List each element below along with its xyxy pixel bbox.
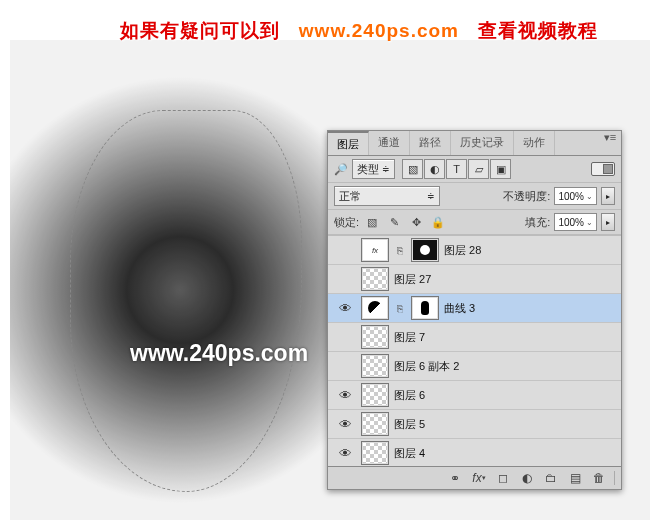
opacity-value: 100% xyxy=(558,191,584,202)
layer-name[interactable]: 图层 6 xyxy=(394,388,425,403)
layer-row[interactable]: 👁 ⎘ 曲线 3 xyxy=(328,294,621,323)
filter-icons: ▧ ◐ T ▱ ▣ xyxy=(402,159,511,179)
filter-type-dropdown[interactable]: 类型 ≑ xyxy=(352,159,395,179)
chevron-down-icon: ⌄ xyxy=(586,218,593,227)
mask-thumb[interactable] xyxy=(411,296,439,320)
layer-thumb[interactable] xyxy=(361,441,389,465)
delete-layer-icon[interactable]: 🗑 xyxy=(588,469,610,487)
layer-name[interactable]: 曲线 3 xyxy=(444,301,475,316)
visibility-toggle[interactable] xyxy=(334,268,356,290)
layer-row[interactable]: 👁 图层 5 xyxy=(328,410,621,439)
mask-thumb[interactable] xyxy=(411,238,439,262)
link-layers-icon[interactable]: ⚭ xyxy=(444,469,466,487)
filter-smart-icon[interactable]: ▣ xyxy=(490,159,511,179)
layer-name[interactable]: 图层 7 xyxy=(394,330,425,345)
new-layer-icon[interactable]: ▤ xyxy=(564,469,586,487)
blend-row: 正常 ≑ 不透明度: 100% ⌄ ▸ xyxy=(328,183,621,210)
layer-name[interactable]: 图层 5 xyxy=(394,417,425,432)
filter-type-label: 类型 xyxy=(357,162,379,177)
layer-thumb[interactable] xyxy=(361,383,389,407)
filter-shape-icon[interactable]: ▱ xyxy=(468,159,489,179)
header-part1: 如果有疑问可以到 xyxy=(120,20,280,41)
visibility-toggle[interactable] xyxy=(334,326,356,348)
fill-input[interactable]: 100% ⌄ xyxy=(554,213,597,231)
lock-row: 锁定: ▧ ✎ ✥ 🔒 填充: 100% ⌄ ▸ xyxy=(328,210,621,235)
chevron-down-icon: ≑ xyxy=(427,191,435,201)
lock-label: 锁定: xyxy=(334,215,359,230)
filter-toggle[interactable] xyxy=(591,162,615,176)
watermark: www.240ps.com xyxy=(130,340,308,367)
visibility-toggle[interactable] xyxy=(334,239,356,261)
layer-thumb[interactable] xyxy=(361,354,389,378)
fill-step[interactable]: ▸ xyxy=(601,213,615,231)
chevron-down-icon: ⌄ xyxy=(586,192,593,201)
tab-layers[interactable]: 图层 xyxy=(328,131,369,155)
layer-name[interactable]: 图层 28 xyxy=(444,243,481,258)
lock-paint-icon[interactable]: ✎ xyxy=(385,214,403,230)
tab-actions[interactable]: 动作 xyxy=(514,131,555,155)
layer-thumb[interactable] xyxy=(361,412,389,436)
separator xyxy=(614,471,615,485)
filter-pixel-icon[interactable]: ▧ xyxy=(402,159,423,179)
layer-row[interactable]: 图层 7 xyxy=(328,323,621,352)
filter-type-icon[interactable]: T xyxy=(446,159,467,179)
filter-adjust-icon[interactable]: ◐ xyxy=(424,159,445,179)
layer-thumb[interactable] xyxy=(361,325,389,349)
blend-mode-dropdown[interactable]: 正常 ≑ xyxy=(334,186,440,206)
blend-mode-value: 正常 xyxy=(339,189,361,204)
layer-name[interactable]: 图层 6 副本 2 xyxy=(394,359,459,374)
fill-value: 100% xyxy=(558,217,584,228)
layers-list[interactable]: fx ⎘ 图层 28 图层 27 👁 ⎘ 曲线 3 图层 7 图层 6 副本 2 xyxy=(328,235,621,466)
tab-history[interactable]: 历史记录 xyxy=(451,131,514,155)
link-icon: ⎘ xyxy=(394,245,406,256)
lock-transparent-icon[interactable]: ▧ xyxy=(363,214,381,230)
layer-row[interactable]: 👁 图层 4 xyxy=(328,439,621,466)
layer-thumb[interactable]: fx xyxy=(361,238,389,262)
tab-channels[interactable]: 通道 xyxy=(369,131,410,155)
header-url: www.240ps.com xyxy=(299,20,459,41)
filter-row: 🔎 类型 ≑ ▧ ◐ T ▱ ▣ xyxy=(328,156,621,183)
visibility-toggle[interactable] xyxy=(334,355,356,377)
header-part3: 查看视频教程 xyxy=(478,20,598,41)
opacity-step[interactable]: ▸ xyxy=(601,187,615,205)
lock-position-icon[interactable]: ✥ xyxy=(407,214,425,230)
tab-paths[interactable]: 路径 xyxy=(410,131,451,155)
layers-panel: 图层 通道 路径 历史记录 动作 ▾≡ 🔎 类型 ≑ ▧ ◐ T ▱ ▣ 正常 … xyxy=(327,130,622,490)
new-group-icon[interactable]: 🗀 xyxy=(540,469,562,487)
new-adjust-icon[interactable]: ◐ xyxy=(516,469,538,487)
link-icon: ⎘ xyxy=(394,303,406,314)
search-icon: 🔎 xyxy=(334,163,348,176)
visibility-toggle[interactable]: 👁 xyxy=(334,384,356,406)
layer-row[interactable]: 图层 6 副本 2 xyxy=(328,352,621,381)
layer-name[interactable]: 图层 4 xyxy=(394,446,425,461)
layer-style-icon[interactable]: fx▾ xyxy=(468,469,490,487)
add-mask-icon[interactable]: ◻ xyxy=(492,469,514,487)
layer-row[interactable]: 图层 27 xyxy=(328,265,621,294)
fill-label: 填充: xyxy=(525,215,550,230)
layer-name[interactable]: 图层 27 xyxy=(394,272,431,287)
chevron-down-icon: ≑ xyxy=(382,164,390,174)
layer-row[interactable]: fx ⎘ 图层 28 xyxy=(328,236,621,265)
opacity-label: 不透明度: xyxy=(503,189,550,204)
adjustment-thumb[interactable] xyxy=(361,296,389,320)
visibility-toggle[interactable]: 👁 xyxy=(334,413,356,435)
panel-bottom-bar: ⚭ fx▾ ◻ ◐ 🗀 ▤ 🗑 xyxy=(328,466,621,489)
header-text: 如果有疑问可以到 www.240ps.com 查看视频教程 xyxy=(120,18,598,44)
lock-all-icon[interactable]: 🔒 xyxy=(429,214,447,230)
layer-thumb[interactable] xyxy=(361,267,389,291)
panel-tabs: 图层 通道 路径 历史记录 动作 ▾≡ xyxy=(328,131,621,156)
layer-row[interactable]: 👁 图层 6 xyxy=(328,381,621,410)
panel-menu-icon[interactable]: ▾≡ xyxy=(599,131,621,155)
visibility-toggle[interactable]: 👁 xyxy=(334,297,356,319)
opacity-input[interactable]: 100% ⌄ xyxy=(554,187,597,205)
visibility-toggle[interactable]: 👁 xyxy=(334,442,356,464)
